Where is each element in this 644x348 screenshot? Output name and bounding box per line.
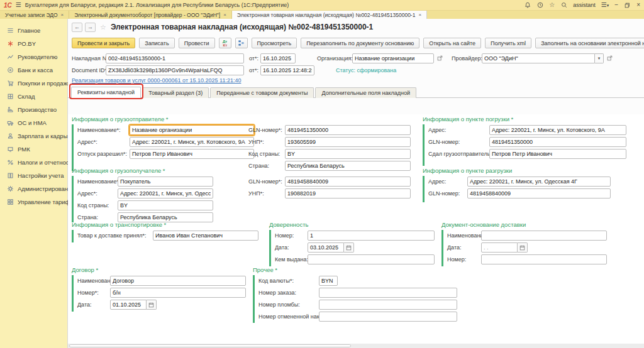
shipper-gln-input[interactable] <box>285 125 411 135</box>
basis-name-label: Наименование: <box>447 232 481 239</box>
post-and-close-button[interactable]: Провести и закрыть <box>72 38 135 48</box>
sidebar-item-zarplata-kadry[interactable]: Зарплата и кадры <box>0 129 67 143</box>
attorney-date-label: Дата: <box>275 244 308 251</box>
document-structure-button[interactable] <box>235 38 248 48</box>
order-number-input[interactable] <box>319 288 457 298</box>
cancelled-waybill-number-input[interactable] <box>319 312 457 322</box>
tab-rekvizity-nakladnoy[interactable]: Реквизиты накладной <box>71 87 141 98</box>
window-tab-edo-flow[interactable]: Электронный документооборот [провайдер -… <box>69 11 232 19</box>
contract-date-input[interactable] <box>110 300 147 310</box>
document-datetime-input[interactable] <box>260 65 314 75</box>
consignee-country-code-input[interactable] <box>118 200 213 210</box>
sidebar-item-upravlenie-tarifom[interactable]: Управление тарифом <box>0 195 67 209</box>
restore-button[interactable] <box>624 2 631 9</box>
waybill-date-input[interactable] <box>260 53 296 63</box>
horizontal-scrollbar[interactable] <box>68 344 644 348</box>
attorney-date-input[interactable] <box>308 242 344 253</box>
loading-gln-input[interactable] <box>489 137 626 147</box>
current-user[interactable]: assistant <box>573 2 596 8</box>
consignee-unp-input[interactable] <box>285 188 411 198</box>
sidebar-item-proizvodstvo[interactable]: Производство <box>0 103 67 116</box>
attorney-calendar-button[interactable] <box>344 242 354 253</box>
organization-input[interactable] <box>352 53 434 63</box>
sidebar-item-poby[interactable]: PO.BY <box>0 37 67 50</box>
fill-from-einvoice-button[interactable]: Заполнить на основании электронной накла… <box>535 38 644 48</box>
contract-number-input[interactable] <box>110 288 246 298</box>
main-menu-icon[interactable]: ☰ <box>16 2 21 8</box>
seal-number-label: Номер пломбы: <box>258 302 319 308</box>
contract-calendar-button[interactable] <box>147 300 157 310</box>
consignee-gln-input[interactable] <box>285 177 411 187</box>
close-button[interactable]: × <box>636 2 640 8</box>
document-id-input[interactable] <box>106 65 244 75</box>
basis-calendar-button[interactable] <box>518 242 528 253</box>
post-button[interactable]: Провести <box>179 38 215 48</box>
sidebar-item-administrirovanie[interactable]: Администрирование <box>0 182 67 195</box>
tab-tovarny-razdel[interactable]: Товарный раздел (3) <box>142 87 209 98</box>
shipper-unp-input[interactable] <box>285 137 411 147</box>
unloading-gln-input[interactable] <box>467 188 611 198</box>
window-tab-waybill[interactable]: Электронная товарная накладная (исходяща… <box>232 11 427 19</box>
loading-address-input[interactable] <box>489 125 626 135</box>
organization-open-icon[interactable] <box>436 54 444 62</box>
basis-date-input[interactable] <box>481 242 518 253</box>
sidebar-item-os-nma[interactable]: ОС и НМА <box>0 116 67 129</box>
service-menu-icon[interactable]: ☰▾ <box>601 2 609 8</box>
basis-number-input[interactable] <box>481 254 607 264</box>
window-tab-edo-accounts[interactable]: Учетные записи ЭДО × <box>0 11 69 19</box>
search-icon[interactable] <box>560 2 567 9</box>
sidebar-item-sklad[interactable]: Склад <box>0 90 67 103</box>
basis-name-input[interactable] <box>481 231 607 241</box>
loading-handed-input[interactable] <box>489 149 626 159</box>
consignee-name-input[interactable] <box>118 177 213 187</box>
seal-number-input[interactable] <box>319 300 457 310</box>
sidebar-item-nalogi[interactable]: Налоги и отчетность <box>0 156 67 169</box>
preview-button[interactable]: Просмотреть <box>252 38 297 48</box>
provider-dropdown-button[interactable]: ▾ <box>595 53 604 63</box>
refill-from-basis-button[interactable]: Перезаполнить по документу основанию <box>301 38 419 48</box>
favorites-star-icon[interactable]: ☆ <box>549 2 555 8</box>
favorite-star-icon[interactable]: ☆ <box>100 23 106 31</box>
shipper-name-input[interactable] <box>130 125 254 135</box>
shipper-release-input[interactable] <box>130 149 254 159</box>
contract-name-label: Наименование*: <box>77 278 110 284</box>
provider-input[interactable] <box>482 53 595 63</box>
attorney-number-input[interactable] <box>308 231 435 241</box>
unloading-address-input[interactable] <box>467 177 611 187</box>
shipper-country-code-input[interactable] <box>285 149 411 159</box>
sidebar-item-glavnoe[interactable]: Главное <box>0 24 67 37</box>
back-button[interactable]: ← <box>72 23 82 32</box>
order-number-label: Номер заказа: <box>258 290 319 296</box>
minimize-button[interactable]: − <box>614 2 618 8</box>
tab-close-icon[interactable]: × <box>418 12 421 18</box>
basis-document-link[interactable]: Реализация товаров и услуг 0000-000061 о… <box>72 77 241 84</box>
tab-dopolnitelnye-polya[interactable]: Дополнительные поля накладной <box>315 87 416 98</box>
consignee-address-input[interactable] <box>118 188 213 198</box>
tab-close-icon[interactable]: × <box>61 12 64 18</box>
provider-open-icon[interactable] <box>606 54 614 62</box>
attorney-issued-input[interactable] <box>308 254 435 264</box>
loading-gln-label: GLN-номер: <box>428 139 489 145</box>
shipper-address-input[interactable] <box>130 137 254 147</box>
sidebar-item-rmk[interactable]: РМК <box>0 143 67 156</box>
sidebar-item-pokupki-prodazhi[interactable]: Покупки и продажи <box>0 77 67 90</box>
get-xml-button[interactable]: Получить xml <box>485 38 531 48</box>
open-on-site-button[interactable]: Открыть на сайте <box>423 38 481 48</box>
shipper-release-label: Отпуск разрешил*: <box>77 151 130 157</box>
tab-peredannye-dokumenty[interactable]: Переданные с товаром документы <box>210 87 314 98</box>
sidebar-item-bank-kassa[interactable]: Банк и касса <box>0 63 67 77</box>
history-icon[interactable] <box>536 2 543 9</box>
sidebar-item-rukovoditelyu[interactable]: Руководителю <box>0 50 67 63</box>
show-postings-button[interactable]: ДтКт <box>219 38 231 48</box>
waybill-number-input[interactable] <box>106 53 244 63</box>
section-title: Информация о грузоотправителе * <box>72 116 421 122</box>
tab-close-icon[interactable]: × <box>223 12 226 18</box>
currency-code-input[interactable] <box>319 276 338 286</box>
forward-button[interactable]: → <box>85 23 96 32</box>
sidebar-item-nastroyki[interactable]: Настройки учета <box>0 169 67 182</box>
save-button[interactable]: Записать <box>139 38 174 48</box>
notifications-bell-icon[interactable] <box>524 2 531 9</box>
contract-name-input[interactable] <box>110 276 246 286</box>
transport-accepted-input[interactable] <box>153 231 258 241</box>
scrollbar-thumb[interactable] <box>69 344 351 347</box>
